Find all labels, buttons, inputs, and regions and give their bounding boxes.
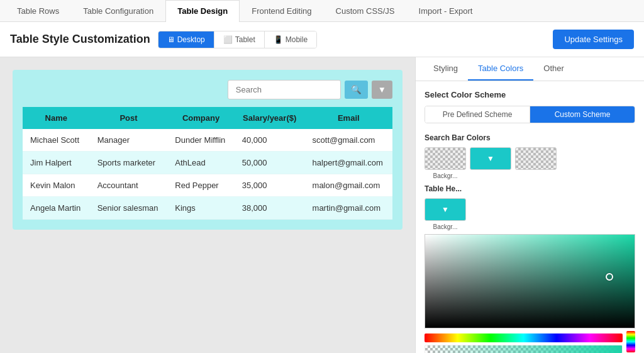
th-bg-swatch[interactable]: ▼ bbox=[425, 198, 466, 221]
header-left: Table Style Customization 🖥 Desktop ⬜ Ta… bbox=[10, 31, 317, 48]
desktop-button[interactable]: 🖥 Desktop bbox=[158, 31, 214, 48]
mobile-icon: 📱 bbox=[274, 35, 283, 44]
col-post: Post bbox=[90, 107, 168, 129]
table-cell: 40,000 bbox=[235, 129, 305, 152]
table-header-title: Table He... bbox=[425, 184, 635, 193]
search-bar-colors-title: Search Bar Colors bbox=[425, 133, 635, 142]
search-button[interactable]: 🔍 bbox=[345, 81, 368, 99]
header-bar: Table Style Customization 🖥 Desktop ⬜ Ta… bbox=[0, 22, 644, 57]
right-panel: Styling Table Colors Other Select Color … bbox=[415, 57, 644, 353]
right-tab-bar: Styling Table Colors Other bbox=[416, 57, 644, 81]
tab-custom-css-js[interactable]: Custom CSS/JS bbox=[324, 0, 407, 21]
table-container: 🔍 ▼ Name Post Company Salary/year($) Ema… bbox=[13, 70, 402, 230]
swatch-group-text bbox=[515, 147, 557, 179]
custom-scheme-button[interactable]: Custom Scheme bbox=[530, 106, 635, 123]
search-bg-label: Backgr... bbox=[433, 172, 458, 179]
tab-table-rows[interactable]: Table Rows bbox=[5, 0, 71, 21]
desktop-label: Desktop bbox=[177, 35, 205, 44]
color-scheme-title: Select Color Scheme bbox=[425, 90, 635, 99]
left-panel: 🔍 ▼ Name Post Company Salary/year($) Ema… bbox=[0, 57, 415, 353]
table-cell: Sports marketer bbox=[90, 152, 168, 174]
scheme-button-group: Pre Defined Scheme Custom Scheme bbox=[425, 106, 635, 123]
table-cell: 50,000 bbox=[235, 152, 305, 174]
desktop-icon: 🖥 bbox=[167, 35, 175, 44]
col-name: Name bbox=[23, 107, 90, 129]
tab-other[interactable]: Other bbox=[533, 57, 574, 81]
right-content: Select Color Scheme Pre Defined Scheme C… bbox=[416, 81, 644, 353]
search-bar-swatches: Backgr... ▼ bbox=[425, 147, 635, 179]
search-text-swatch[interactable] bbox=[515, 147, 557, 170]
color-gradient-area[interactable] bbox=[425, 234, 635, 328]
table-cell: martin@gmail.com bbox=[305, 197, 392, 220]
hue-slider[interactable] bbox=[425, 333, 623, 342]
table-cell: Kings bbox=[167, 197, 234, 220]
table-row: Michael ScottManagerDunder Mifflin40,000… bbox=[23, 129, 392, 152]
main-area: 🔍 ▼ Name Post Company Salary/year($) Ema… bbox=[0, 57, 644, 353]
table-cell: 38,000 bbox=[235, 197, 305, 220]
table-cell: Kevin Malon bbox=[23, 174, 90, 197]
table-cell: Jim Halpert bbox=[23, 152, 90, 174]
tab-frontend-editing[interactable]: Frontend Editing bbox=[240, 0, 323, 21]
search-bg-swatch[interactable] bbox=[425, 147, 466, 170]
tab-table-colors[interactable]: Table Colors bbox=[468, 57, 533, 81]
tablet-button[interactable]: ⬜ Tablet bbox=[214, 31, 265, 48]
table-cell: malon@gmail.com bbox=[305, 174, 392, 197]
page-title: Table Style Customization bbox=[10, 33, 150, 46]
color-picker: rgba(27, 211, 168, 1) Clear OK bbox=[425, 234, 635, 353]
th-bg-label: Backgr... bbox=[433, 223, 458, 230]
mobile-label: Mobile bbox=[286, 35, 308, 44]
table-cell: Accountant bbox=[90, 174, 168, 197]
top-tab-bar: Table Rows Table Configuration Table Des… bbox=[0, 0, 644, 22]
swatch-group-background: Backgr... bbox=[425, 147, 466, 179]
search-input[interactable] bbox=[228, 80, 341, 99]
table-cell: Red Pepper bbox=[167, 174, 234, 197]
update-settings-button[interactable]: Update Settings bbox=[553, 30, 634, 49]
tablet-label: Tablet bbox=[235, 35, 255, 44]
picker-dot bbox=[606, 273, 613, 281]
table-header-row: Name Post Company Salary/year($) Email bbox=[23, 107, 392, 129]
col-email: Email bbox=[305, 107, 392, 129]
chevron-icon: ▼ bbox=[487, 154, 494, 163]
table-header-swatches: ▼ Backgr... bbox=[425, 198, 635, 230]
table-cell: Angela Martin bbox=[23, 197, 90, 220]
table-row: Angela MartinSenior salesmanKings38,000m… bbox=[23, 197, 392, 220]
predefined-scheme-button[interactable]: Pre Defined Scheme bbox=[425, 106, 530, 123]
search-bar-area: 🔍 ▼ bbox=[23, 80, 392, 99]
col-company: Company bbox=[167, 107, 234, 129]
device-button-group: 🖥 Desktop ⬜ Tablet 📱 Mobile bbox=[158, 31, 317, 48]
search-dropdown-swatch[interactable]: ▼ bbox=[470, 147, 511, 170]
col-salary: Salary/year($) bbox=[235, 107, 305, 129]
table-row: Kevin MalonAccountantRed Pepper35,000mal… bbox=[23, 174, 392, 197]
table-cell: Michael Scott bbox=[23, 129, 90, 152]
tab-styling[interactable]: Styling bbox=[423, 57, 468, 81]
table-cell: scott@gmail.com bbox=[305, 129, 392, 152]
hue-vertical-slider[interactable] bbox=[626, 331, 635, 352]
tab-table-configuration[interactable]: Table Configuration bbox=[71, 0, 165, 21]
swatch-group-dropdown: ▼ bbox=[470, 147, 511, 179]
search-dropdown-button[interactable]: ▼ bbox=[372, 81, 392, 99]
table-cell: halpert@gmail.com bbox=[305, 152, 392, 174]
tablet-icon: ⬜ bbox=[223, 35, 233, 44]
data-table: Name Post Company Salary/year($) Email M… bbox=[23, 107, 392, 220]
table-body: Michael ScottManagerDunder Mifflin40,000… bbox=[23, 129, 392, 220]
th-swatch-group: ▼ Backgr... bbox=[425, 198, 466, 230]
table-row: Jim HalpertSports marketerAthLead50,000h… bbox=[23, 152, 392, 174]
search-icon: 🔍 bbox=[351, 85, 362, 94]
table-cell: 35,000 bbox=[235, 174, 305, 197]
mobile-button[interactable]: 📱 Mobile bbox=[265, 31, 316, 48]
chevron-down-icon: ▼ bbox=[378, 85, 386, 94]
tab-import-export[interactable]: Import - Export bbox=[407, 0, 485, 21]
chevron-icon-2: ▼ bbox=[441, 205, 449, 214]
alpha-bar-overlay[interactable] bbox=[425, 345, 623, 353]
table-cell: Senior salesman bbox=[90, 197, 168, 220]
table-cell: AthLead bbox=[167, 152, 234, 174]
table-cell: Manager bbox=[90, 129, 168, 152]
tab-table-design[interactable]: Table Design bbox=[165, 0, 240, 22]
table-cell: Dunder Mifflin bbox=[167, 129, 234, 152]
